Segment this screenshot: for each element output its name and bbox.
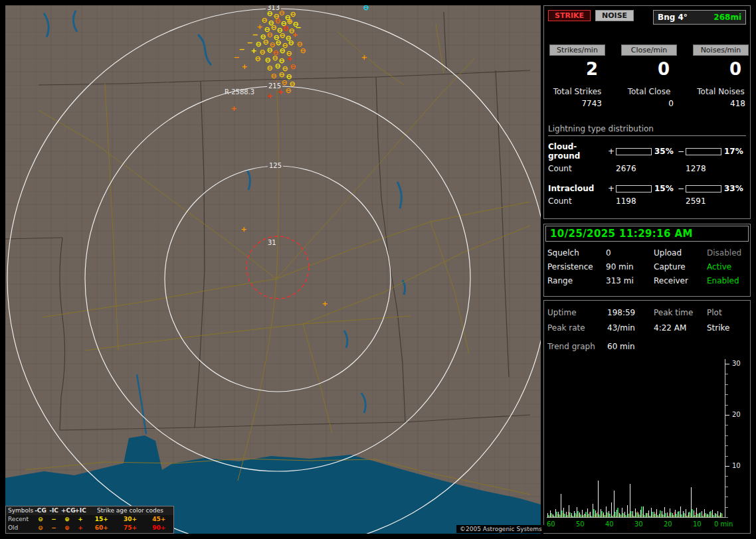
strike-symbol: − <box>246 39 252 46</box>
trend-y-tick <box>725 466 729 467</box>
strike-symbol: − <box>233 54 239 61</box>
strike-symbol: ⊖ <box>288 39 294 46</box>
strike-symbol: ⊖ <box>262 38 268 46</box>
close-per-min-button[interactable]: Close/min <box>621 44 677 56</box>
squelch-value: 0 <box>606 248 654 258</box>
strike-symbol: + <box>231 105 236 112</box>
uptime-label: Uptime <box>547 308 607 317</box>
trend-graph-window: 60 min <box>607 342 750 351</box>
strike-symbol: − <box>252 31 258 38</box>
noises-per-min-value: 0 <box>693 59 749 79</box>
peak-time-label: Peak time <box>654 308 707 317</box>
strike-symbol: ⊖ <box>270 72 276 80</box>
cloud-ground-pos-count: 2676 <box>616 164 676 173</box>
age-code-45: 45+ <box>145 515 173 524</box>
upload-status: Disabled <box>707 248 750 258</box>
trend-x-tick-label: 40 <box>605 520 614 528</box>
trend-bar-red <box>597 512 598 517</box>
trend-y-tick-label: 10 <box>732 462 748 469</box>
trend-x-tick-label: 10 <box>693 520 702 528</box>
trend-bar-red <box>589 512 590 517</box>
pos-cg-old-icon: ⊕ <box>60 524 74 532</box>
strike-symbol: + <box>361 54 367 61</box>
intracloud-neg-bar <box>686 185 721 193</box>
uptime-value: 198:59 <box>607 308 654 317</box>
trend-bar-red <box>637 511 638 517</box>
trend-y-tick <box>725 415 729 416</box>
strike-symbol: + <box>292 31 298 38</box>
trend-x-tick-label: 0 min <box>714 520 733 528</box>
strike-symbol: ⊖ <box>278 71 284 78</box>
peak-time-value: 4:22 AM <box>654 323 707 333</box>
strike-symbol: ⊖ <box>264 56 270 64</box>
trend-graph: 30 20 10 60 50 40 30 20 10 0 min <box>547 358 749 532</box>
strikes-per-min-button[interactable]: Strikes/min <box>549 44 605 56</box>
intracloud-pos-bar <box>616 185 652 193</box>
legend-col-neg-cg: -CG <box>34 506 47 515</box>
count-label: Count <box>548 196 607 206</box>
pos-ic-old-icon: + <box>74 524 87 532</box>
distribution-title: Lightning type distribution <box>548 124 746 136</box>
strike-symbol: ⊖ <box>254 55 260 62</box>
cloud-ground-neg-count: 1278 <box>686 164 746 173</box>
legend-col-pos-cg: +CG <box>60 506 74 515</box>
strike-symbol: + <box>241 63 247 70</box>
statistics-panel: STRIKE NOISE Bng 4° 268mi Strikes/min Cl… <box>543 5 751 219</box>
noise-indicator[interactable]: NOISE <box>595 10 634 21</box>
pos-ic-recent-icon: + <box>74 515 87 524</box>
lightning-map[interactable]: ⊖⊖⊖⊖⊖⊖⊖⊖⊖⊕⊖+⊖⊖⊖⊖⊖−−⊖⊖⊖⊖⊖+−⊖⊖⊖⊖⊖⊖⊖−+⊖⊖⊖⊖⊖… <box>5 5 541 534</box>
strike-symbol: ⊖ <box>266 46 272 54</box>
trend-bar-red <box>674 512 675 517</box>
age-code-90: 90+ <box>145 524 173 532</box>
capture-status: Active <box>707 262 750 271</box>
range-ring-label: 313 <box>266 5 281 11</box>
close-per-min-value: 0 <box>621 59 677 79</box>
legend-col-pos-ic: +IC <box>74 506 87 515</box>
receiver-label: R-2588.3 <box>225 88 254 96</box>
strike-symbol: ⊖ <box>285 87 291 94</box>
range-label: Range <box>547 276 606 285</box>
trend-y-tick-label: 30 <box>732 360 748 367</box>
cloud-ground-pos-pct: 35% <box>652 147 676 156</box>
datetime-display: 10/25/2025 11:29:16 AM <box>545 226 749 242</box>
neg-cg-recent-icon: ⊖ <box>34 515 47 524</box>
neg-ic-recent-icon: − <box>47 515 60 524</box>
squelch-label: Squelch <box>547 248 606 258</box>
cloud-ground-pos-bar <box>616 148 652 155</box>
noises-per-min-button[interactable]: Noises/min <box>693 44 749 56</box>
age-code-30: 30+ <box>116 515 144 524</box>
strike-symbol: − <box>238 46 244 53</box>
peak-rate-label: Peak rate <box>547 323 607 333</box>
cloud-ground-neg-bar <box>686 148 721 155</box>
legend-recent-label: Recent <box>6 515 34 524</box>
range-value: 313 mi <box>606 276 654 285</box>
plus-sign: + <box>607 184 615 193</box>
trend-bars <box>547 358 725 517</box>
strike-indicator[interactable]: STRIKE <box>548 10 591 21</box>
range-ring-label: 31 <box>266 239 278 246</box>
minus-sign: − <box>677 184 685 193</box>
count-label: Count <box>548 164 607 173</box>
age-code-15: 15+ <box>87 515 116 524</box>
strike-symbol: ⊖ <box>363 5 369 11</box>
legend-old-label: Old <box>6 524 34 532</box>
map-legend: Symbols -CG -IC +CG +IC Strike age color… <box>5 506 174 534</box>
neg-cg-old-icon: ⊖ <box>34 524 47 532</box>
trend-bar-white <box>598 481 599 517</box>
strike-symbol: + <box>286 55 292 62</box>
capture-label: Capture <box>654 262 707 271</box>
persistence-label: Persistence <box>547 262 606 271</box>
strike-symbol: ⊖ <box>275 39 281 46</box>
strike-symbol: ⊖ <box>272 54 278 62</box>
trend-graph-label: Trend graph <box>547 342 607 351</box>
age-code-60: 60+ <box>87 524 116 532</box>
plus-sign: + <box>607 147 615 156</box>
intracloud-neg-pct: 33% <box>722 184 746 193</box>
rate-counters: Strikes/min Close/min Noises/min 2 0 0 T… <box>548 44 746 108</box>
strike-symbol: ⊖ <box>274 62 280 70</box>
intracloud-neg-count: 2591 <box>686 196 746 206</box>
peak-rate-value: 43/min <box>607 323 654 333</box>
app-window: ⊖⊖⊖⊖⊖⊖⊖⊖⊖⊕⊖+⊖⊖⊖⊖⊖−−⊖⊖⊖⊖⊖+−⊖⊖⊖⊖⊖⊖⊖−+⊖⊖⊖⊖⊖… <box>0 0 756 539</box>
trend-panel: Uptime 198:59 Peak time Plot Peak rate 4… <box>543 300 751 534</box>
copyright: ©2005 Astrogenic Systems <box>456 525 545 533</box>
